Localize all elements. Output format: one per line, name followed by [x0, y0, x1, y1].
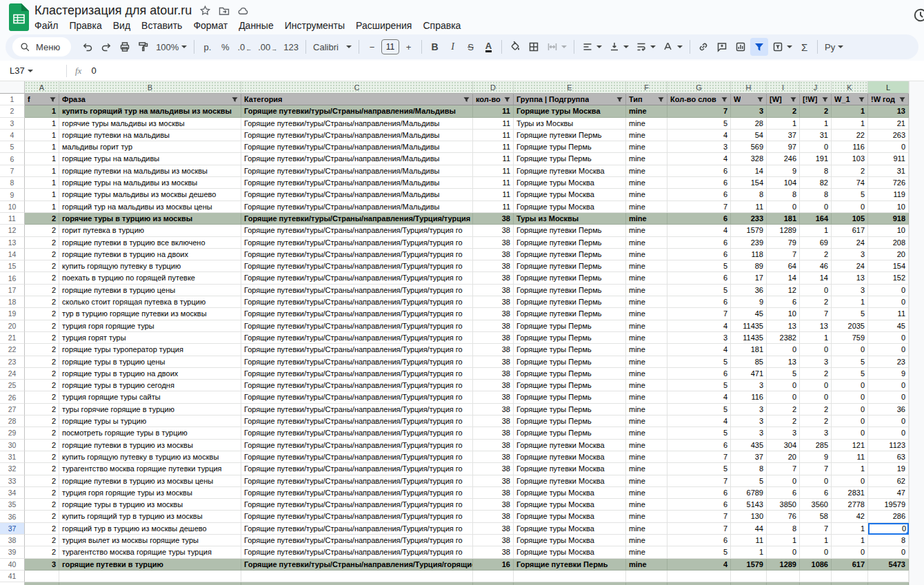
- cell-I33[interactable]: 0: [767, 475, 800, 487]
- cell-F11[interactable]: mine: [626, 213, 667, 225]
- cell-D28[interactable]: 38: [473, 415, 514, 427]
- cell-E21[interactable]: Горящие туры Пермь: [514, 332, 626, 344]
- cell-J38[interactable]: 1: [800, 535, 832, 546]
- sheets-logo-icon[interactable]: [9, 3, 29, 31]
- cell-F31[interactable]: mine: [626, 451, 667, 463]
- cell-L22[interactable]: 0: [868, 344, 909, 356]
- cell-L27[interactable]: 36: [868, 404, 909, 415]
- cell-J2[interactable]: 2: [800, 105, 832, 117]
- header-cell-J1[interactable]: [!W]: [800, 94, 832, 105]
- cell-F41[interactable]: [626, 571, 667, 582]
- menu-item-правка[interactable]: Правка: [63, 19, 107, 32]
- cell-C6[interactable]: Горящие путевки/туры/Страны/направления/…: [241, 153, 473, 165]
- cell-B13[interactable]: горящие путевки в турцию все включено: [59, 237, 241, 249]
- cell-C20[interactable]: Горящие путевки/туры/Страны/направления/…: [241, 320, 473, 332]
- cell-G34[interactable]: 6: [667, 487, 731, 499]
- cell-B25[interactable]: горящие туры в турцию сегодня: [59, 380, 241, 391]
- cell-K28[interactable]: 0: [832, 415, 868, 427]
- cell-G13[interactable]: 6: [667, 237, 731, 249]
- menu-item-вид[interactable]: Вид: [108, 19, 136, 32]
- cell-D17[interactable]: 38: [473, 285, 514, 296]
- cell-G16[interactable]: 6: [667, 272, 731, 284]
- cell-D25[interactable]: 38: [473, 380, 514, 391]
- cell-L41[interactable]: [868, 571, 909, 582]
- cell-C34[interactable]: Горящие путевки/туры/Страны/направления/…: [241, 487, 473, 499]
- cell-D7[interactable]: 11: [473, 165, 514, 177]
- cell-K14[interactable]: 3: [832, 249, 868, 260]
- cell-J9[interactable]: 8: [800, 189, 832, 201]
- cell-H36[interactable]: 130: [731, 511, 767, 522]
- cell-H4[interactable]: 54: [731, 130, 767, 141]
- cell-A27[interactable]: 2: [25, 404, 59, 415]
- cell-B32[interactable]: турагентство москва горящие путевки турц…: [59, 463, 241, 475]
- cell-C10[interactable]: Горящие путевки/туры/Страны/направления/…: [241, 201, 473, 213]
- cell-G9[interactable]: 6: [667, 189, 731, 201]
- cell-H33[interactable]: 5: [731, 475, 767, 487]
- cell-C28[interactable]: Горящие путевки/туры/Страны/направления/…: [241, 415, 473, 427]
- cell-G31[interactable]: 7: [667, 451, 731, 463]
- formula-input[interactable]: 0: [91, 65, 96, 76]
- cell-L17[interactable]: 0: [868, 285, 909, 296]
- cell-A12[interactable]: 2: [25, 225, 59, 236]
- header-cell-H1[interactable]: W: [731, 94, 767, 105]
- row-header-10[interactable]: 10: [0, 201, 25, 213]
- cell-F4[interactable]: mine: [626, 130, 667, 141]
- column-header-B[interactable]: B: [59, 81, 241, 94]
- cell-E4[interactable]: Горящие путевки Пермь: [514, 130, 626, 141]
- cell-H3[interactable]: 28: [731, 118, 767, 130]
- cell-G25[interactable]: 5: [667, 380, 731, 391]
- cell-H37[interactable]: 44: [731, 523, 767, 535]
- row-header-2[interactable]: 2: [0, 105, 25, 117]
- row-header-11[interactable]: 11: [0, 213, 25, 225]
- cell-K11[interactable]: 105: [832, 213, 868, 225]
- cell-L33[interactable]: 62: [868, 475, 909, 487]
- cell-G7[interactable]: 6: [667, 165, 731, 177]
- cell-K12[interactable]: 617: [832, 225, 868, 236]
- header-cell-I1[interactable]: [W]: [767, 94, 800, 105]
- row-header-22[interactable]: 22: [0, 344, 25, 356]
- header-cell-L1[interactable]: !W год: [868, 94, 909, 105]
- row-header-7[interactable]: 7: [0, 165, 25, 177]
- cell-H11[interactable]: 233: [731, 213, 767, 225]
- cell-E2[interactable]: Горящие туры Москва: [514, 105, 626, 117]
- cell-G19[interactable]: 7: [667, 308, 731, 320]
- cell-A3[interactable]: 1: [25, 118, 59, 130]
- column-filter-icon[interactable]: [899, 96, 905, 103]
- cell-H14[interactable]: 118: [731, 249, 767, 260]
- cell-F18[interactable]: mine: [626, 296, 667, 308]
- cell-F7[interactable]: mine: [626, 165, 667, 177]
- cell-L14[interactable]: 20: [868, 249, 909, 260]
- cell-F35[interactable]: mine: [626, 499, 667, 511]
- row-header-5[interactable]: 5: [0, 141, 25, 153]
- cell-B24[interactable]: горящие туры в турцию на двоих: [59, 368, 241, 380]
- row-header-1[interactable]: 1: [0, 94, 25, 105]
- cell-K34[interactable]: 2831: [832, 487, 868, 499]
- cell-F5[interactable]: mine: [626, 141, 667, 153]
- column-header-C[interactable]: C: [241, 81, 473, 94]
- cell-F3[interactable]: mine: [626, 118, 667, 130]
- cell-I40[interactable]: 1289: [767, 559, 800, 571]
- row-header-14[interactable]: 14: [0, 249, 25, 260]
- cell-E6[interactable]: Горящие туры Пермь: [514, 153, 626, 165]
- cell-B7[interactable]: горящие путевки на мальдивы из москвы: [59, 165, 241, 177]
- cell-F17[interactable]: mine: [626, 285, 667, 296]
- cell-H42[interactable]: [731, 582, 767, 585]
- cell-D19[interactable]: 38: [473, 308, 514, 320]
- row-header-25[interactable]: 25: [0, 380, 25, 391]
- column-header-E[interactable]: E: [514, 81, 626, 94]
- cell-G4[interactable]: 4: [667, 130, 731, 141]
- cell-E32[interactable]: Горящие путевки Москва: [514, 463, 626, 475]
- cell-A9[interactable]: 1: [25, 189, 59, 201]
- cell-A11[interactable]: 2: [25, 213, 59, 225]
- cell-E26[interactable]: Горящие туры Пермь: [514, 391, 626, 403]
- column-header-K[interactable]: K: [832, 81, 868, 94]
- cell-H32[interactable]: 8: [731, 463, 767, 475]
- column-header-J[interactable]: J: [800, 81, 832, 94]
- extensions-menu-button[interactable]: Pу: [822, 38, 846, 56]
- cell-G40[interactable]: 4: [667, 559, 731, 571]
- menu-item-данные[interactable]: Данные: [233, 19, 279, 32]
- row-header-36[interactable]: 36: [0, 511, 25, 522]
- column-header-G[interactable]: G: [667, 81, 731, 94]
- cell-H31[interactable]: 37: [731, 451, 767, 463]
- bold-button[interactable]: B: [426, 38, 443, 56]
